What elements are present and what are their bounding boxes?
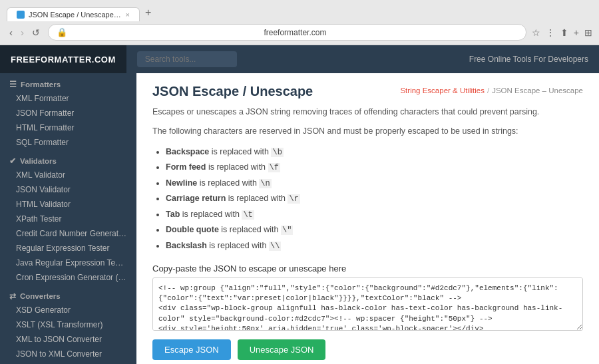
site-logo[interactable]: FREEFORMATTER.COM [0,45,126,73]
sidebar: ☰FormattersXML FormatterJSON FormatterHT… [0,73,136,364]
search-input[interactable] [137,51,237,67]
char-code-5: \" [281,226,293,235]
sidebar-item-2-2[interactable]: XML to JSON Converter [0,332,136,347]
char-code-1: \f [268,163,280,172]
char-code-4: \t [242,210,254,220]
sidebar-item-1-3[interactable]: XPath Tester [0,212,136,226]
char-item-5: Double quote is replaced with \" [166,222,583,238]
page-header: JSON Escape / Unescape String Escaper & … [152,84,583,99]
sidebar-item-0-0[interactable]: XML Formatter [0,91,136,106]
nav-buttons: ‹ › ↺ [7,25,43,39]
unescape-json-button[interactable]: Unescape JSON [238,339,326,360]
char-item-0: Backspace is replaced with \b [166,144,583,160]
char-item-4: Tab is replaced with \t [166,207,583,223]
char-item-1: Form feed is replaced with \f [166,160,583,176]
char-label-6: Backslash [166,241,207,250]
input-label: Copy-paste the JSON to escape or unescap… [152,264,583,273]
escape-json-button[interactable]: Escape JSON [152,339,231,360]
sidebar-category-label-0: ☰Formatters [0,76,136,91]
breadcrumb: String Escaper & Utilities / JSON Escape… [400,84,583,94]
sidebar-item-2-0[interactable]: XSD Generator [0,303,136,317]
page-sub-description: The following characters are reserved in… [152,125,583,138]
new-tab-btn[interactable]: + [141,4,155,21]
sidebar-item-2-1[interactable]: XSLT (XSL Transformer) [0,317,136,332]
reload-btn[interactable]: ↺ [29,25,43,39]
extensions-btn[interactable]: ⊞ [584,27,592,38]
page-title: JSON Escape / Unescape [152,84,313,99]
forward-btn[interactable]: › [18,25,27,39]
sidebar-item-1-6[interactable]: Java Regular Expression Tester [0,256,136,270]
sidebar-category-1: ✔ValidatorsXML ValidatorJSON ValidatorHT… [0,152,136,285]
add-tab-btn[interactable]: + [574,27,579,38]
category-icon-1: ✔ [9,156,16,166]
breadcrumb-current: JSON Escape – Unescape [492,87,583,94]
json-input[interactable] [152,277,583,331]
category-icon-0: ☰ [9,80,17,89]
sidebar-item-1-0[interactable]: XML Validator [0,168,136,182]
char-code-2: \n [259,179,271,188]
lock-icon: 🔒 [57,27,67,37]
sidebar-category-label-2: ⇄Converters [0,287,136,303]
sidebar-category-2: ⇄ConvertersXSD GeneratorXSLT (XSL Transf… [0,287,136,364]
char-item-6: Backslash is replaced with \\ [166,238,583,254]
sidebar-item-0-1[interactable]: JSON Formatter [0,106,136,120]
sidebar-item-1-1[interactable]: JSON Validator [0,182,136,197]
breadcrumb-link[interactable]: String Escaper & Utilities [400,87,485,94]
char-code-0: \b [271,148,283,157]
sidebar-item-1-7[interactable]: Cron Expression Generator (Quartz) [0,270,136,285]
back-btn[interactable]: ‹ [7,25,15,39]
char-label-2: Newline [166,178,197,188]
sidebar-item-0-2[interactable]: HTML Formatter [0,120,136,135]
char-item-3: Carriage return is replaced with \r [166,191,583,207]
action-buttons: Escape JSON Unescape JSON [152,339,583,360]
sidebar-item-1-2[interactable]: HTML Validator [0,197,136,212]
url-text: freeformatter.com [73,28,518,37]
sidebar-item-2-3[interactable]: JSON to XML Converter [0,347,136,361]
tab-title: JSON Escape / Unescape - Free Online Too… [29,11,122,19]
char-code-3: \r [288,194,300,204]
char-label-5: Double quote [166,225,219,234]
character-list: Backspace is replaced with \bForm feed i… [152,144,583,254]
more-btn[interactable]: ⋮ [546,27,555,38]
sidebar-item-1-5[interactable]: Regular Expression Tester [0,241,136,256]
page-description: Escapes or unescapes a JSON string remov… [152,106,583,118]
browser-tab[interactable]: JSON Escape / Unescape - Free Online Too… [7,7,140,21]
char-label-0: Backspace [166,147,209,156]
breadcrumb-sep: / [487,87,489,94]
sidebar-category-0: ☰FormattersXML FormatterJSON FormatterHT… [0,76,136,150]
char-item-2: Newline is replaced with \n [166,176,583,192]
tab-close-icon[interactable]: × [126,11,130,19]
sidebar-item-0-3[interactable]: SQL Formatter [0,135,136,150]
sidebar-category-label-1: ✔Validators [0,152,136,168]
char-label-1: Form feed [166,162,206,172]
category-icon-2: ⇄ [9,291,16,301]
share-btn[interactable]: ⬆ [560,27,568,38]
bookmark-btn[interactable]: ☆ [532,27,540,38]
main-content: JSON Escape / Unescape String Escaper & … [136,73,599,364]
site-nav: FREEFORMATTER.COM Free Online Tools For … [0,45,599,73]
char-code-6: \\ [269,242,281,251]
site-tagline: Free Online Tools For Developers [469,55,599,64]
char-label-4: Tab [166,210,180,219]
sidebar-item-1-4[interactable]: Credit Card Number Generator &... [0,226,136,241]
sidebar-item-2-4[interactable]: CSV to XML Converter [0,361,136,364]
char-label-3: Carriage return [166,194,226,203]
tab-favicon [17,11,25,19]
url-bar[interactable]: 🔒 freeformatter.com [48,24,526,41]
